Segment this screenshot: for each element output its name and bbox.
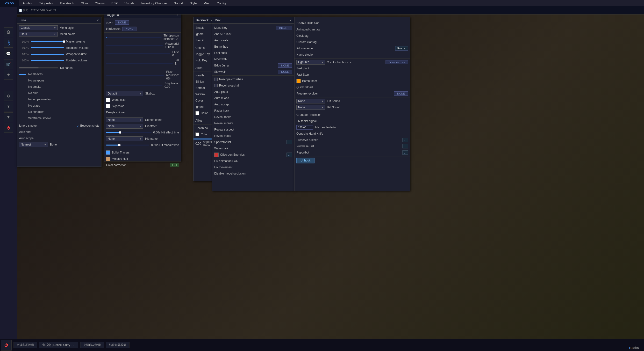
- menu-item-esp[interactable]: ESP: [108, 1, 121, 6]
- bt-normal[interactable]: Normal: [194, 85, 215, 91]
- menu-item-inventory-changer[interactable]: Inventory Changer: [138, 1, 170, 6]
- sidebar-icon-conf[interactable]: Conf: [4, 38, 13, 48]
- sidebar-icon-power[interactable]: ⏻: [4, 123, 13, 133]
- no-scope-overlay-row: No scope overlay: [17, 96, 101, 103]
- preserve-killfeed-dots-btn[interactable]: ...: [402, 138, 408, 142]
- hit-sound-dropdown[interactable]: None ▼: [296, 99, 326, 104]
- no-smoke-row: No smoke: [17, 84, 101, 90]
- menu-item-style[interactable]: Style: [186, 1, 200, 6]
- bomb-timer-swatch[interactable]: [296, 79, 301, 83]
- bt-color2[interactable]: Color: [194, 131, 215, 138]
- bt-color2-swatch[interactable]: [196, 133, 199, 136]
- offscreen-enemies-swatch[interactable]: [214, 153, 218, 157]
- bt-recoil[interactable]: Recoil: [194, 37, 215, 44]
- menu-item-backtrack[interactable]: Backtrack: [57, 1, 77, 6]
- taskbar-item-3[interactable]: 光泽印花胶囊: [80, 342, 104, 348]
- kill-message-input[interactable]: Gotcha!: [395, 46, 408, 51]
- reportbot-dots-btn[interactable]: ...: [402, 150, 408, 155]
- prepare-revolver-key-btn[interactable]: NONE: [394, 91, 408, 96]
- offscreen-enemies-dots-btn[interactable]: ...: [286, 153, 292, 157]
- fov-row: FOV: 0: [104, 50, 181, 58]
- bt-color-swatch[interactable]: [196, 111, 199, 115]
- sidebar-icon-arrow1[interactable]: ▼: [4, 102, 13, 111]
- taskbar-item-4[interactable]: 陆位印花胶囊: [106, 342, 130, 348]
- sidebar-icon-settings[interactable]: ⚙: [4, 91, 13, 101]
- auto-shot-row: Auto shot: [17, 129, 101, 135]
- menu-item-visuals[interactable]: Visuals: [121, 1, 138, 6]
- bt-toggle-key[interactable]: Toggle Key: [194, 51, 215, 57]
- taskbar-item-2[interactable]: 音乐盒 | Denzel Curry - ...: [39, 342, 78, 348]
- bt-health-ba[interactable]: Health ba: [194, 125, 215, 131]
- skybox-row: Default ▼ Skybox: [104, 90, 181, 97]
- recoil-crosshair-check[interactable]: [214, 84, 218, 87]
- menu-key-btn[interactable]: INSERT: [276, 26, 292, 30]
- bt-allies[interactable]: Allies: [194, 65, 215, 71]
- style-panel-close[interactable]: ×: [97, 18, 99, 22]
- menu-item-config[interactable]: Config: [213, 1, 229, 6]
- bomb-timer-row: Bomb timer: [294, 78, 410, 84]
- bt-wirefra[interactable]: Wirefra: [194, 91, 215, 97]
- name-stealer-row: Name stealer: [294, 52, 410, 58]
- flash-reduction-row: Flash reduction: 0%: [104, 69, 181, 81]
- molotov-hull-swatch[interactable]: [106, 157, 110, 161]
- purchase-list-dots-btn[interactable]: ...: [402, 144, 408, 148]
- hit-effect-dropdown[interactable]: None ▼: [106, 124, 143, 129]
- unhook-btn[interactable]: Unhook: [296, 158, 314, 163]
- bt-allies2[interactable]: Allies: [194, 118, 215, 124]
- color-correction-edit-btn[interactable]: Edit: [170, 163, 179, 167]
- quick-reload-row: Quick reload: [294, 84, 410, 90]
- menu-item-chams[interactable]: Chams: [91, 1, 108, 6]
- no-blur-row: No blur: [17, 90, 101, 96]
- bt-hold-key[interactable]: Hold Key: [194, 57, 215, 64]
- kill-sound-dropdown[interactable]: None ▼: [296, 105, 326, 110]
- menu-key-row: Menu Key INSERT: [212, 25, 294, 31]
- chevron-down-icon-bone: ▼: [44, 143, 46, 146]
- world-color-swatch[interactable]: [106, 98, 110, 102]
- sky-color-row: Sky color: [104, 103, 181, 109]
- sky-color-swatch[interactable]: [106, 104, 110, 108]
- misc-close-btn[interactable]: ×: [290, 18, 292, 22]
- bt-color[interactable]: Color: [194, 110, 215, 116]
- spectator-list-dots-btn[interactable]: ...: [286, 140, 292, 144]
- noscope-crosshair-check[interactable]: [214, 78, 218, 81]
- thirdperson-none-btn[interactable]: NONE: [122, 27, 136, 31]
- menu-item-glow[interactable]: Glow: [77, 1, 91, 6]
- taskbar-power-btn[interactable]: ⏻: [1, 340, 12, 350]
- bt-enable[interactable]: Enable: [194, 25, 215, 31]
- skybox-dropdown[interactable]: Default ▼: [106, 91, 143, 96]
- bone-dropdown[interactable]: Nearest ▼: [19, 142, 48, 147]
- new-tab-icon[interactable]: 📄 新闻: [19, 9, 28, 12]
- deagle-spinner-row: Deagle spinner: [104, 109, 181, 116]
- menu-item-misc[interactable]: Misc: [200, 1, 213, 6]
- bt-cover[interactable]: Cover: [194, 97, 215, 104]
- taskbar-item-1[interactable]: 阅读印花胶囊: [14, 342, 37, 348]
- molotov-hull-row: Molotov Hull: [104, 156, 181, 162]
- menu-item-aimbot[interactable]: Aimbot: [19, 1, 36, 6]
- bullet-tracers-swatch[interactable]: [106, 150, 110, 155]
- backtrack-panel-title: Backtrack ×: [194, 17, 215, 24]
- screen-effect-dropdown[interactable]: None ▼: [106, 118, 143, 122]
- bt-health[interactable]: Health: [194, 72, 215, 79]
- bt-ignore2[interactable]: Ignore-: [194, 104, 215, 110]
- sidebar-icon-arrow2[interactable]: ▼: [4, 112, 13, 122]
- bt-chams[interactable]: Chams: [194, 45, 215, 51]
- menu-colors-dropdown[interactable]: Dark ▼: [19, 32, 58, 37]
- sidebar-icon-star[interactable]: ★: [4, 70, 13, 80]
- bt-blinkin[interactable]: Blinkin: [194, 79, 215, 85]
- sidebar-icon-chat[interactable]: 💬: [4, 49, 13, 58]
- sidebar-icon-home[interactable]: ⚙: [4, 27, 13, 37]
- bt-ignore[interactable]: Ignore: [194, 31, 215, 37]
- reveal-ranks-row: Reveal ranks: [212, 114, 294, 120]
- edge-jump-key-btn[interactable]: NONE: [278, 63, 292, 68]
- setup-fake-ban-btn[interactable]: Setup fake ban: [386, 60, 408, 64]
- menu-item-triggerbot[interactable]: Triggerbot: [36, 1, 57, 6]
- hit-marker-dropdown[interactable]: None ▼: [106, 136, 143, 141]
- footstep-volume-row: 100% Footstep volume: [17, 57, 101, 64]
- zoom-none-btn[interactable]: NONE: [115, 20, 129, 25]
- light-red-dropdown[interactable]: Light red ▼: [296, 60, 326, 65]
- sidebar-icon-shop[interactable]: 🛒: [4, 59, 13, 69]
- max-angle-delta-input[interactable]: [296, 125, 313, 130]
- menu-style-dropdown[interactable]: Classic ▼: [19, 25, 58, 30]
- slowwalk-key-btn[interactable]: NONE: [278, 70, 292, 74]
- menu-item-sound[interactable]: Sound: [170, 1, 186, 6]
